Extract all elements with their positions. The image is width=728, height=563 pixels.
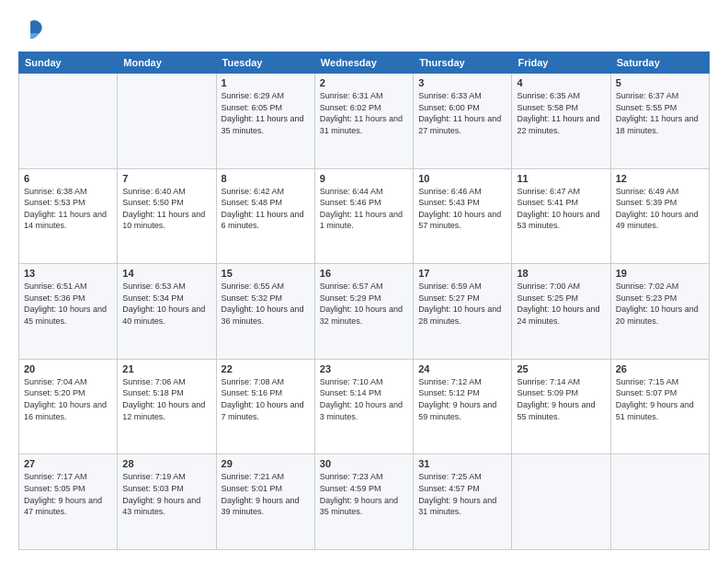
day-number: 22	[222, 363, 310, 374]
calendar-cell: 8Sunrise: 6:42 AM Sunset: 5:48 PM Daylig…	[216, 168, 314, 264]
calendar-page: SundayMondayTuesdayWednesdayThursdayFrid…	[0, 0, 728, 563]
calendar-cell: 19Sunrise: 7:02 AM Sunset: 5:23 PM Dayli…	[610, 264, 709, 360]
calendar-cell: 31Sunrise: 7:25 AM Sunset: 4:57 PM Dayli…	[414, 454, 512, 550]
cell-content: Sunrise: 6:46 AM Sunset: 5:43 PM Dayligh…	[418, 186, 506, 232]
weekday-header: Monday	[118, 52, 216, 74]
cell-content: Sunrise: 6:42 AM Sunset: 5:48 PM Dayligh…	[222, 186, 310, 232]
calendar-cell: 10Sunrise: 6:46 AM Sunset: 5:43 PM Dayli…	[414, 168, 512, 264]
day-number: 2	[320, 77, 408, 88]
weekday-header: Friday	[512, 52, 610, 74]
cell-content: Sunrise: 6:40 AM Sunset: 5:50 PM Dayligh…	[122, 186, 210, 232]
calendar-cell: 22Sunrise: 7:08 AM Sunset: 5:16 PM Dayli…	[216, 359, 314, 454]
day-number: 30	[320, 458, 408, 469]
calendar-cell: 1Sunrise: 6:29 AM Sunset: 6:05 PM Daylig…	[216, 74, 314, 169]
cell-content: Sunrise: 6:44 AM Sunset: 5:46 PM Dayligh…	[320, 186, 408, 232]
header	[18, 17, 710, 42]
calendar-cell	[19, 74, 118, 169]
calendar-cell: 13Sunrise: 6:51 AM Sunset: 5:36 PM Dayli…	[19, 264, 118, 360]
day-number: 21	[122, 363, 210, 374]
calendar-cell: 3Sunrise: 6:33 AM Sunset: 6:00 PM Daylig…	[414, 74, 512, 169]
day-number: 3	[418, 77, 506, 88]
cell-content: Sunrise: 6:38 AM Sunset: 5:53 PM Dayligh…	[24, 186, 112, 232]
calendar-row: 27Sunrise: 7:17 AM Sunset: 5:05 PM Dayli…	[19, 454, 710, 550]
cell-content: Sunrise: 6:53 AM Sunset: 5:34 PM Dayligh…	[122, 281, 210, 327]
weekday-header: Tuesday	[216, 52, 314, 74]
calendar-row: 13Sunrise: 6:51 AM Sunset: 5:36 PM Dayli…	[19, 264, 710, 360]
calendar-cell	[118, 74, 216, 169]
cell-content: Sunrise: 7:21 AM Sunset: 5:01 PM Dayligh…	[222, 471, 310, 517]
cell-content: Sunrise: 6:29 AM Sunset: 6:05 PM Dayligh…	[222, 90, 310, 136]
calendar-cell: 24Sunrise: 7:12 AM Sunset: 5:12 PM Dayli…	[414, 359, 512, 454]
weekday-header: Saturday	[610, 52, 709, 74]
day-number: 19	[616, 268, 704, 279]
day-number: 5	[616, 77, 704, 88]
cell-content: Sunrise: 7:12 AM Sunset: 5:12 PM Dayligh…	[418, 376, 506, 422]
day-number: 27	[24, 458, 112, 469]
calendar-cell: 16Sunrise: 6:57 AM Sunset: 5:29 PM Dayli…	[314, 264, 413, 360]
cell-content: Sunrise: 6:59 AM Sunset: 5:27 PM Dayligh…	[418, 281, 506, 327]
day-number: 12	[616, 173, 704, 184]
calendar-cell: 26Sunrise: 7:15 AM Sunset: 5:07 PM Dayli…	[610, 359, 709, 454]
calendar-table: SundayMondayTuesdayWednesdayThursdayFrid…	[18, 52, 710, 550]
calendar-cell: 14Sunrise: 6:53 AM Sunset: 5:34 PM Dayli…	[118, 264, 216, 360]
calendar-cell: 5Sunrise: 6:37 AM Sunset: 5:55 PM Daylig…	[610, 74, 709, 169]
calendar-cell: 2Sunrise: 6:31 AM Sunset: 6:02 PM Daylig…	[314, 74, 413, 169]
cell-content: Sunrise: 6:49 AM Sunset: 5:39 PM Dayligh…	[616, 186, 704, 232]
cell-content: Sunrise: 7:00 AM Sunset: 5:25 PM Dayligh…	[517, 281, 605, 327]
calendar-cell: 7Sunrise: 6:40 AM Sunset: 5:50 PM Daylig…	[118, 168, 216, 264]
day-number: 31	[418, 458, 506, 469]
cell-content: Sunrise: 6:55 AM Sunset: 5:32 PM Dayligh…	[222, 281, 310, 327]
cell-content: Sunrise: 7:14 AM Sunset: 5:09 PM Dayligh…	[517, 376, 605, 422]
cell-content: Sunrise: 7:08 AM Sunset: 5:16 PM Dayligh…	[222, 376, 310, 422]
day-number: 20	[24, 363, 112, 374]
calendar-cell	[512, 454, 610, 550]
calendar-cell: 17Sunrise: 6:59 AM Sunset: 5:27 PM Dayli…	[414, 264, 512, 360]
cell-content: Sunrise: 7:06 AM Sunset: 5:18 PM Dayligh…	[122, 376, 210, 422]
calendar-cell: 25Sunrise: 7:14 AM Sunset: 5:09 PM Dayli…	[512, 359, 610, 454]
cell-content: Sunrise: 6:35 AM Sunset: 5:58 PM Dayligh…	[517, 90, 605, 136]
cell-content: Sunrise: 6:47 AM Sunset: 5:41 PM Dayligh…	[517, 186, 605, 232]
calendar-cell: 18Sunrise: 7:00 AM Sunset: 5:25 PM Dayli…	[512, 264, 610, 360]
calendar-cell: 27Sunrise: 7:17 AM Sunset: 5:05 PM Dayli…	[19, 454, 118, 550]
cell-content: Sunrise: 6:51 AM Sunset: 5:36 PM Dayligh…	[24, 281, 112, 327]
cell-content: Sunrise: 6:37 AM Sunset: 5:55 PM Dayligh…	[616, 90, 704, 136]
cell-content: Sunrise: 7:02 AM Sunset: 5:23 PM Dayligh…	[616, 281, 704, 327]
cell-content: Sunrise: 7:17 AM Sunset: 5:05 PM Dayligh…	[24, 471, 112, 517]
calendar-cell: 15Sunrise: 6:55 AM Sunset: 5:32 PM Dayli…	[216, 264, 314, 360]
calendar-cell: 20Sunrise: 7:04 AM Sunset: 5:20 PM Dayli…	[19, 359, 118, 454]
day-number: 17	[418, 268, 506, 279]
day-number: 14	[122, 268, 210, 279]
calendar-cell: 12Sunrise: 6:49 AM Sunset: 5:39 PM Dayli…	[610, 168, 709, 264]
calendar-row: 1Sunrise: 6:29 AM Sunset: 6:05 PM Daylig…	[19, 74, 710, 169]
calendar-cell: 28Sunrise: 7:19 AM Sunset: 5:03 PM Dayli…	[118, 454, 216, 550]
day-number: 26	[616, 363, 704, 374]
day-number: 16	[320, 268, 408, 279]
calendar-cell: 29Sunrise: 7:21 AM Sunset: 5:01 PM Dayli…	[216, 454, 314, 550]
cell-content: Sunrise: 6:31 AM Sunset: 6:02 PM Dayligh…	[320, 90, 408, 136]
day-number: 24	[418, 363, 506, 374]
weekday-header: Wednesday	[314, 52, 413, 74]
cell-content: Sunrise: 7:23 AM Sunset: 4:59 PM Dayligh…	[320, 471, 408, 517]
day-number: 13	[24, 268, 112, 279]
calendar-cell: 21Sunrise: 7:06 AM Sunset: 5:18 PM Dayli…	[118, 359, 216, 454]
day-number: 6	[24, 173, 112, 184]
calendar-cell: 23Sunrise: 7:10 AM Sunset: 5:14 PM Dayli…	[314, 359, 413, 454]
day-number: 25	[517, 363, 605, 374]
day-number: 23	[320, 363, 408, 374]
day-number: 28	[122, 458, 210, 469]
cell-content: Sunrise: 6:33 AM Sunset: 6:00 PM Dayligh…	[418, 90, 506, 136]
day-number: 18	[517, 268, 605, 279]
calendar-cell: 11Sunrise: 6:47 AM Sunset: 5:41 PM Dayli…	[512, 168, 610, 264]
day-number: 15	[222, 268, 310, 279]
day-number: 29	[222, 458, 310, 469]
cell-content: Sunrise: 7:25 AM Sunset: 4:57 PM Dayligh…	[418, 471, 506, 517]
calendar-cell: 30Sunrise: 7:23 AM Sunset: 4:59 PM Dayli…	[314, 454, 413, 550]
calendar-cell: 9Sunrise: 6:44 AM Sunset: 5:46 PM Daylig…	[314, 168, 413, 264]
calendar-cell: 4Sunrise: 6:35 AM Sunset: 5:58 PM Daylig…	[512, 74, 610, 169]
cell-content: Sunrise: 7:10 AM Sunset: 5:14 PM Dayligh…	[320, 376, 408, 422]
day-number: 10	[418, 173, 506, 184]
calendar-cell	[610, 454, 709, 550]
weekday-header-row: SundayMondayTuesdayWednesdayThursdayFrid…	[19, 52, 710, 74]
calendar-row: 20Sunrise: 7:04 AM Sunset: 5:20 PM Dayli…	[19, 359, 710, 454]
cell-content: Sunrise: 6:57 AM Sunset: 5:29 PM Dayligh…	[320, 281, 408, 327]
